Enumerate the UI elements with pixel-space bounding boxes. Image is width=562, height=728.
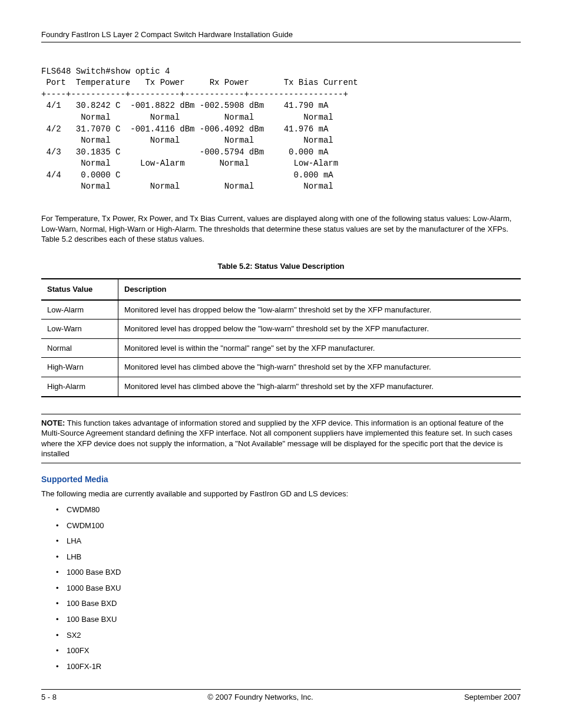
cell-status: High-Alarm [41,377,118,397]
list-item: 100 Base BXD [56,598,521,609]
col-description: Description [118,279,521,300]
col-status-value: Status Value [41,279,118,300]
list-item: LHA [56,536,521,546]
table-header-row: Status Value Description [41,279,521,300]
cell-desc: Monitored level has climbed above the "h… [118,358,521,377]
list-item: CWDM100 [56,521,521,531]
table-row: High-WarnMonitored level has climbed abo… [41,358,521,377]
list-item: 100FX-1R [56,661,521,672]
section-heading: Supported Media [41,474,521,485]
table-row: Low-AlarmMonitored level has dropped bel… [41,300,521,319]
list-item: 100 Base BXU [56,614,521,625]
cell-status: Normal [41,338,118,358]
cell-desc: Monitored level has dropped below the "l… [118,319,521,339]
table-row: High-AlarmMonitored level has climbed ab… [41,377,521,397]
footer-date: September 2007 [464,692,521,703]
note-label: NOTE: [41,419,65,427]
note-block: NOTE: This function takes advantage of i… [41,414,521,463]
list-item: 1000 Base BXU [56,583,521,594]
note-text: This function takes advantage of informa… [41,419,513,459]
section-intro: The following media are currently availa… [41,489,521,499]
media-list: CWDM80 CWDM100 LHA LHB 1000 Base BXD 100… [41,505,521,671]
list-item: CWDM80 [56,505,521,515]
list-item: LHB [56,552,521,562]
cell-desc: Monitored level has climbed above the "h… [118,377,521,397]
cell-status: High-Warn [41,358,118,377]
cell-status: Low-Alarm [41,300,118,319]
table-caption: Table 5.2: Status Value Description [41,261,521,272]
status-paragraph: For Temperature, Tx Power, Rx Power, and… [41,213,521,245]
cell-desc: Monitored level has dropped below the "l… [118,300,521,319]
cell-status: Low-Warn [41,319,118,339]
terminal-output: FLS648 Switch#show optic 4 Port Temperat… [41,66,521,193]
table-row: NormalMonitored level is within the "nor… [41,338,521,358]
footer-center: © 2007 Foundry Networks, Inc. [207,692,313,703]
list-item: 1000 Base BXD [56,567,521,578]
list-item: SX2 [56,630,521,641]
page-header: Foundry FastIron LS Layer 2 Compact Swit… [41,29,521,42]
page-footer: 5 - 8 © 2007 Foundry Networks, Inc. Sept… [41,689,521,703]
table-row: Low-WarnMonitored level has dropped belo… [41,319,521,339]
header-title: Foundry FastIron LS Layer 2 Compact Swit… [41,30,293,39]
footer-page: 5 - 8 [41,692,57,703]
cell-desc: Monitored level is within the "normal" r… [118,338,521,358]
status-table: Status Value Description Low-AlarmMonito… [41,278,521,397]
list-item: 100FX [56,645,521,656]
